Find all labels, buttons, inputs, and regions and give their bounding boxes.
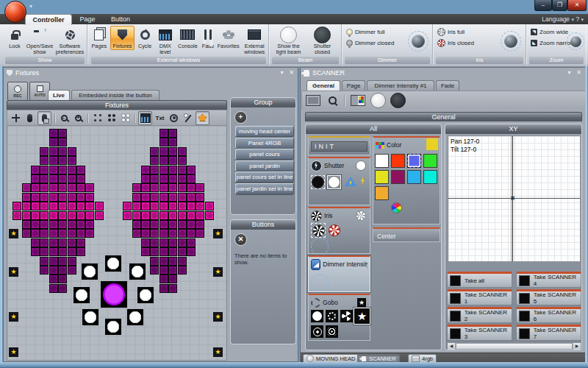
fixture-square[interactable]	[187, 166, 196, 174]
fixture-square[interactable]	[187, 247, 196, 256]
strobe-option[interactable]	[345, 177, 356, 186]
center-block[interactable]: Center	[373, 227, 440, 242]
fixture-square[interactable]	[49, 147, 58, 156]
fixture-square[interactable]	[58, 257, 67, 266]
take-button[interactable]: Take SCANNER 3	[447, 325, 512, 341]
fixture-square[interactable]	[178, 202, 187, 210]
fixture-square[interactable]	[49, 166, 58, 174]
fixture-square[interactable]	[49, 138, 58, 146]
take-button[interactable]: Take SCANNER 4	[516, 272, 581, 288]
fixture-square[interactable]	[76, 220, 85, 229]
iris-full-button[interactable]: Iris full	[437, 26, 474, 38]
fixture-square[interactable]	[58, 275, 67, 283]
pages-button[interactable]: Pages	[89, 26, 110, 50]
fixture-square[interactable]	[159, 275, 168, 283]
fixture-square[interactable]	[40, 174, 49, 183]
dimmer-knob[interactable]	[408, 31, 429, 52]
fixture-square[interactable]	[178, 183, 187, 192]
scene-star[interactable]: ★	[9, 347, 18, 357]
fixture-square[interactable]	[187, 220, 196, 229]
fixture-square[interactable]	[49, 238, 58, 247]
fixture-square[interactable]	[123, 202, 132, 210]
fixture-square[interactable]	[150, 202, 159, 210]
fixture-square[interactable]	[68, 247, 76, 256]
scanner-fixture[interactable]	[129, 263, 146, 280]
fixture-square[interactable]	[49, 183, 58, 192]
fixture-square[interactable]	[76, 238, 85, 247]
fixture-square[interactable]	[168, 193, 177, 202]
tab-button[interactable]: Button	[104, 14, 137, 24]
fixture-square[interactable]	[150, 266, 159, 275]
mouse-icon[interactable]	[24, 112, 36, 124]
fixture-square[interactable]	[187, 183, 196, 192]
fixture-square[interactable]	[95, 202, 104, 210]
fixture-square[interactable]	[31, 238, 40, 247]
fixture-square[interactable]	[22, 229, 31, 238]
fixture-square[interactable]	[159, 156, 168, 165]
select-dots-small-icon[interactable]	[91, 112, 104, 124]
fixture-square[interactable]	[187, 174, 196, 183]
fixture-square[interactable]	[141, 202, 150, 210]
scanner-fixture[interactable]	[105, 319, 121, 335]
scanner-fixture[interactable]	[82, 263, 98, 280]
fixture-square[interactable]	[168, 247, 177, 256]
fixture-square[interactable]	[58, 166, 67, 174]
fixture-square[interactable]	[40, 257, 49, 266]
app-menu-orb-icon[interactable]	[4, 1, 26, 23]
fixture-square[interactable]	[196, 229, 204, 238]
fixture-square[interactable]	[76, 183, 85, 192]
dimmer-knob[interactable]	[311, 274, 329, 291]
wand-icon[interactable]	[182, 112, 194, 124]
fixture-square[interactable]	[95, 211, 104, 220]
scanner-fixture[interactable]	[127, 309, 143, 325]
fixture-square[interactable]	[58, 156, 67, 165]
fixture-square[interactable]	[150, 193, 159, 202]
fixture-square[interactable]	[40, 183, 49, 192]
fixture-square[interactable]	[58, 202, 67, 210]
fixture-square[interactable]	[49, 156, 58, 165]
fixture-square[interactable]	[68, 220, 76, 229]
lock-button[interactable]: Lock	[4, 26, 26, 50]
fixture-square[interactable]	[123, 211, 132, 220]
fixture-square[interactable]	[49, 284, 58, 293]
gobo-star-option[interactable]: ★	[354, 308, 370, 324]
scene-star[interactable]: ★	[213, 312, 223, 322]
scroll-right-icon[interactable]: ▶	[573, 343, 581, 350]
fixture-square[interactable]	[168, 275, 177, 283]
zoom-out-icon[interactable]: ˗	[58, 112, 71, 124]
take-button[interactable]: Take SCANNER 1	[447, 289, 512, 305]
fixture-square[interactable]	[159, 174, 168, 183]
gobo-ringdot-option[interactable]	[311, 325, 323, 338]
fixture-square[interactable]	[40, 220, 49, 229]
fixture-square[interactable]	[68, 147, 76, 156]
fixture-square[interactable]	[159, 211, 168, 220]
fixture-square[interactable]	[58, 229, 67, 238]
color-swatch[interactable]	[423, 154, 437, 168]
gobo-open-option[interactable]	[311, 310, 323, 322]
fixture-square[interactable]	[68, 193, 76, 202]
fixture-square[interactable]	[31, 247, 40, 256]
iris-closed-option[interactable]	[329, 224, 340, 236]
scene-star[interactable]: ★	[213, 347, 223, 357]
fixture-square[interactable]	[159, 266, 168, 275]
fixture-square[interactable]	[40, 156, 49, 165]
fixture-square[interactable]	[68, 156, 76, 165]
show-light-beam-button[interactable]: Show the light beam	[272, 26, 305, 56]
fixture-square[interactable]	[141, 174, 150, 183]
fixture-square[interactable]	[49, 266, 58, 275]
fixture-square[interactable]	[159, 147, 168, 156]
shutter-open-option[interactable]	[328, 176, 340, 188]
fixture-square[interactable]	[178, 156, 187, 165]
dmx-levels-view-icon[interactable]	[138, 111, 152, 125]
fixture-square[interactable]	[40, 166, 49, 174]
g, gobo-dotring-option[interactable]	[326, 310, 338, 322]
take-button[interactable]: Take all	[447, 272, 512, 288]
fixture-square[interactable]	[68, 166, 76, 174]
fixture-square[interactable]	[68, 229, 76, 238]
beam-closed-icon[interactable]	[390, 92, 406, 109]
tab-page[interactable]: Page	[342, 80, 365, 91]
minimize-button[interactable]: –	[534, 0, 552, 11]
color-swatch[interactable]	[375, 186, 389, 200]
zoom-knob[interactable]	[567, 32, 584, 50]
color-swatch[interactable]	[375, 170, 389, 184]
